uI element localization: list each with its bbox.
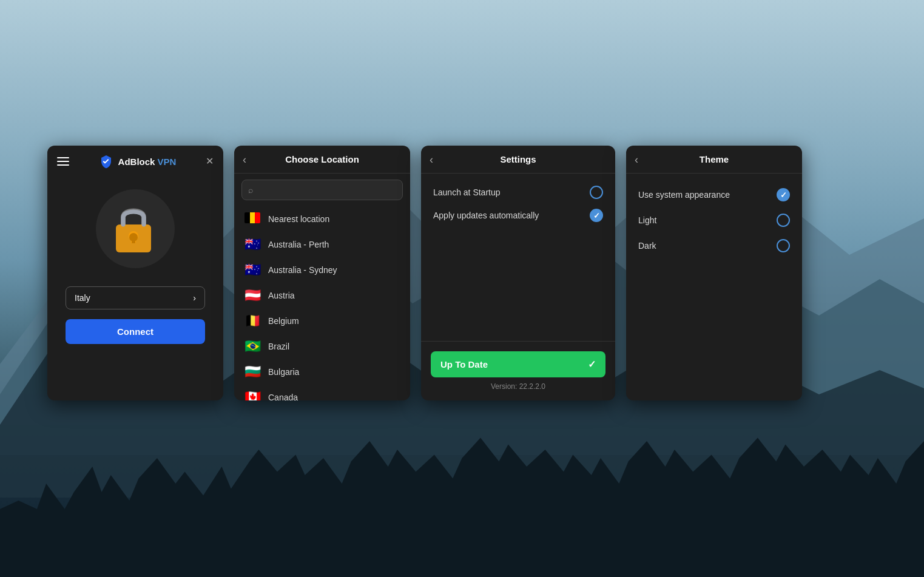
settings-footer: Up To Date ✓ Version: 22.2.2.0: [421, 341, 615, 400]
up-to-date-check-icon: ✓: [588, 359, 596, 370]
location-name: Bulgaria: [268, 367, 299, 377]
location-name: Austria: [268, 291, 295, 300]
selected-location: Italy: [75, 293, 90, 303]
location-name: Canada: [268, 393, 298, 400]
list-item[interactable]: Nearest location: [234, 206, 410, 232]
auto-updates-row: Apply updates automatically: [433, 209, 603, 222]
launch-startup-row: Launch at Startup: [433, 186, 603, 199]
lock-icon: [111, 201, 160, 256]
auto-updates-toggle[interactable]: [590, 209, 603, 222]
flag-icon: 🇦🇺: [244, 238, 261, 251]
connect-button[interactable]: Connect: [66, 319, 205, 344]
location-header: ‹ Choose Location: [234, 146, 410, 174]
location-name: Nearest location: [268, 214, 329, 224]
theme-system-label: Use system appearance: [638, 190, 730, 200]
settings-body: Launch at Startup Apply updates automati…: [421, 174, 615, 341]
theme-system-row: Use system appearance: [638, 188, 790, 201]
logo-text: AdBlock VPN: [118, 157, 177, 167]
panels-container: AdBlock VPN ✕: [47, 146, 802, 400]
list-item[interactable]: 🇦🇺 Australia - Perth: [234, 232, 410, 257]
theme-header: ‹ Theme: [626, 146, 802, 174]
up-to-date-button[interactable]: Up To Date ✓: [431, 351, 605, 377]
svg-rect-8: [132, 237, 135, 243]
panel-settings: ‹ Settings Launch at Startup Apply updat…: [421, 146, 615, 400]
theme-light-label: Light: [638, 215, 656, 225]
hamburger-line-2: [57, 161, 69, 162]
location-name: Brazil: [268, 342, 289, 351]
menu-button[interactable]: [57, 157, 69, 166]
location-title: Choose Location: [285, 154, 359, 164]
up-to-date-label: Up To Date: [440, 359, 488, 369]
search-icon: ⌕: [248, 185, 253, 195]
list-item[interactable]: 🇦🇹 Austria: [234, 283, 410, 308]
nearest-flag-icon: [244, 212, 261, 226]
list-item[interactable]: 🇧🇪 Belgium: [234, 308, 410, 334]
location-name: Belgium: [268, 316, 299, 326]
launch-startup-label: Launch at Startup: [433, 187, 501, 197]
flag-icon: 🇧🇪: [244, 314, 261, 328]
logo-vpn: VPN: [155, 157, 176, 167]
search-input[interactable]: [258, 185, 396, 195]
close-button[interactable]: ✕: [206, 157, 214, 166]
flag-icon: 🇦🇺: [244, 263, 261, 277]
theme-light-radio[interactable]: [777, 214, 790, 227]
lock-container: [96, 189, 175, 268]
flag-icon: 🇧🇬: [244, 365, 261, 379]
list-item[interactable]: 🇧🇷 Brazil: [234, 334, 410, 359]
location-selector[interactable]: Italy ›: [66, 286, 205, 309]
search-box: ⌕: [241, 180, 403, 200]
location-name: Australia - Sydney: [268, 265, 337, 275]
list-item[interactable]: 🇨🇦 Canada: [234, 385, 410, 400]
flag-icon: 🇨🇦: [244, 391, 261, 400]
version-label: Version: 22.2.2.0: [431, 382, 605, 391]
theme-dark-radio[interactable]: [777, 239, 790, 252]
panel-theme: ‹ Theme Use system appearance Light Dark: [626, 146, 802, 400]
settings-title: Settings: [500, 154, 536, 164]
hamburger-line-1: [57, 157, 69, 158]
theme-dark-label: Dark: [638, 241, 656, 251]
theme-title: Theme: [700, 154, 729, 164]
adblock-logo-icon: [99, 154, 113, 169]
location-list: Nearest location 🇦🇺 Australia - Perth 🇦🇺…: [234, 206, 410, 400]
list-item[interactable]: 🇧🇬 Bulgaria: [234, 359, 410, 385]
logo-adblock: AdBlock: [118, 157, 155, 167]
theme-back-button[interactable]: ‹: [635, 154, 638, 165]
logo-area: AdBlock VPN: [99, 154, 177, 169]
panel-main: AdBlock VPN ✕: [47, 146, 223, 400]
auto-updates-label: Apply updates automatically: [433, 211, 539, 220]
flag-icon: 🇦🇹: [244, 289, 261, 302]
theme-dark-row: Dark: [638, 239, 790, 252]
theme-system-radio[interactable]: [777, 188, 790, 201]
panel-location: ‹ Choose Location ⌕ Nearest location 🇦🇺 …: [234, 146, 410, 400]
location-name: Australia - Perth: [268, 240, 329, 249]
launch-startup-toggle[interactable]: [590, 186, 603, 199]
list-item[interactable]: 🇦🇺 Australia - Sydney: [234, 257, 410, 283]
settings-header: ‹ Settings: [421, 146, 615, 174]
title-bar: AdBlock VPN ✕: [47, 146, 223, 177]
settings-back-button[interactable]: ‹: [430, 154, 433, 165]
location-arrow-icon: ›: [193, 293, 196, 303]
flag-icon: 🇧🇷: [244, 340, 261, 353]
theme-light-row: Light: [638, 214, 790, 227]
hamburger-line-3: [57, 164, 69, 166]
location-back-button[interactable]: ‹: [243, 154, 246, 165]
theme-body: Use system appearance Light Dark: [626, 174, 802, 400]
